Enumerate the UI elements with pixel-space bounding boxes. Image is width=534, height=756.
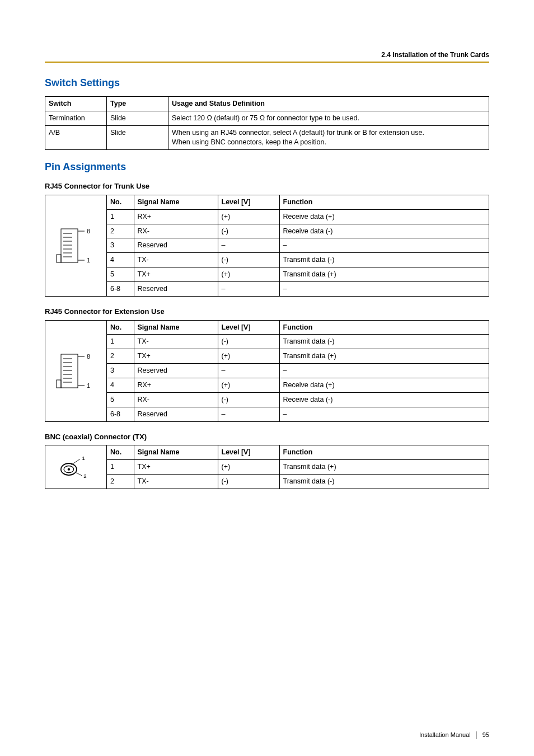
cell-no: 5	[107, 267, 134, 282]
footer-doc-title: Installation Manual	[419, 731, 471, 739]
trunk-subtitle: RJ45 Connector for Trunk Use	[45, 181, 489, 191]
trunk-pin-block: 8 1 No. Signal Name Level [V] Function 1…	[45, 195, 489, 297]
cell-no: 4	[107, 378, 134, 393]
rj45-label-1: 1	[87, 257, 90, 264]
cell-function: Receive data (+)	[279, 378, 489, 393]
cell-function: –	[279, 364, 489, 378]
cell-function: –	[279, 238, 489, 253]
cell-switch: A/B	[45, 126, 107, 150]
rj45-connector-icon: 8 1	[45, 321, 107, 421]
rj45-label-8: 8	[87, 353, 90, 360]
cell-function: Transmit data (+)	[279, 349, 489, 364]
table-row: 2RX-(-)Receive data (-)	[107, 224, 489, 238]
th-level: Level [V]	[218, 445, 279, 459]
th-usage: Usage and Status Definition	[168, 97, 489, 111]
footer-separator	[476, 731, 477, 739]
table-row: 6-8Reserved––	[107, 407, 489, 421]
table-row: 4TX-(-)Transmit data (-)	[107, 253, 489, 267]
cell-no: 2	[107, 349, 134, 364]
cell-signal: Reserved	[134, 238, 218, 253]
th-signal: Signal Name	[134, 321, 218, 335]
cell-type: Slide	[107, 111, 168, 126]
cell-signal: TX-	[134, 474, 218, 488]
rj45-label-1: 1	[87, 382, 90, 389]
th-no: No.	[107, 445, 134, 459]
cell-level: (+)	[218, 378, 279, 393]
cell-level: (-)	[218, 392, 279, 407]
cell-no: 3	[107, 238, 134, 253]
cell-no: 1	[107, 335, 134, 349]
svg-line-25	[71, 459, 80, 465]
table-row: 1RX+(+)Receive data (+)	[107, 209, 489, 224]
cell-function: –	[279, 407, 489, 421]
cell-level: (+)	[218, 460, 279, 475]
switch-settings-title: Switch Settings	[45, 76, 489, 90]
cell-level: –	[218, 407, 279, 421]
cell-signal: TX+	[134, 460, 218, 475]
cell-switch: Termination	[45, 111, 107, 126]
table-row: 3Reserved––	[107, 364, 489, 378]
cell-level: (-)	[218, 224, 279, 238]
cell-signal: Reserved	[134, 364, 218, 378]
table-row: 2TX+(+)Transmit data (+)	[107, 349, 489, 364]
extension-pin-block: 8 1 No. Signal Name Level [V] Function 1…	[45, 320, 489, 422]
cell-signal: TX-	[134, 335, 218, 349]
svg-rect-0	[61, 229, 78, 262]
cell-level: (-)	[218, 335, 279, 349]
cell-signal: RX+	[134, 378, 218, 393]
cell-level: (-)	[218, 253, 279, 267]
table-row: 3Reserved––	[107, 238, 489, 253]
table-row: A/B Slide When using an RJ45 connector, …	[45, 126, 489, 150]
footer-page-number: 95	[483, 731, 489, 739]
cell-function: –	[279, 282, 489, 296]
cell-signal: Reserved	[134, 407, 218, 421]
svg-rect-1	[57, 255, 61, 262]
table-row: 6-8Reserved––	[107, 282, 489, 296]
table-row: 5RX-(-)Receive data (-)	[107, 392, 489, 407]
cell-function: Transmit data (+)	[279, 267, 489, 282]
cell-signal: TX+	[134, 267, 218, 282]
th-type: Type	[107, 97, 168, 111]
table-row: 1TX+(+)Transmit data (+)	[107, 460, 489, 475]
th-function: Function	[279, 321, 489, 335]
th-function: Function	[279, 195, 489, 209]
table-row: 5TX+(+)Transmit data (+)	[107, 267, 489, 282]
svg-line-26	[76, 473, 82, 476]
cell-no: 1	[107, 209, 134, 224]
cell-level: (-)	[218, 474, 279, 488]
cell-level: –	[218, 282, 279, 296]
cell-function: Receive data (-)	[279, 224, 489, 238]
cell-no: 2	[107, 224, 134, 238]
bnc-label-2: 2	[83, 473, 86, 479]
cell-function: Transmit data (-)	[279, 474, 489, 488]
cell-signal: RX-	[134, 224, 218, 238]
table-row: 1TX-(-)Transmit data (-)	[107, 335, 489, 349]
th-level: Level [V]	[218, 321, 279, 335]
th-signal: Signal Name	[134, 195, 218, 209]
cell-signal: RX+	[134, 209, 218, 224]
cell-no: 2	[107, 474, 134, 488]
cell-function: Transmit data (-)	[279, 253, 489, 267]
cell-function: Receive data (+)	[279, 209, 489, 224]
th-switch: Switch	[45, 97, 107, 111]
table-row: 2TX-(-)Transmit data (-)	[107, 474, 489, 488]
cell-signal: TX+	[134, 349, 218, 364]
bnc-pin-table: No. Signal Name Level [V] Function 1TX+(…	[107, 445, 489, 489]
th-no: No.	[107, 321, 134, 335]
th-function: Function	[279, 445, 489, 459]
cell-no: 4	[107, 253, 134, 267]
table-row: 4RX+(+)Receive data (+)	[107, 378, 489, 393]
svg-rect-11	[61, 354, 78, 388]
cell-signal: RX-	[134, 392, 218, 407]
cell-function: Transmit data (-)	[279, 335, 489, 349]
cell-level: (+)	[218, 267, 279, 282]
cell-no: 5	[107, 392, 134, 407]
cell-type: Slide	[107, 126, 168, 150]
cell-no: 1	[107, 460, 134, 475]
cell-signal: Reserved	[134, 282, 218, 296]
th-no: No.	[107, 195, 134, 209]
extension-subtitle: RJ45 Connector for Extension Use	[45, 307, 489, 317]
svg-point-24	[67, 468, 69, 471]
rj45-connector-icon: 8 1	[45, 195, 107, 296]
rj45-label-8: 8	[87, 228, 90, 234]
